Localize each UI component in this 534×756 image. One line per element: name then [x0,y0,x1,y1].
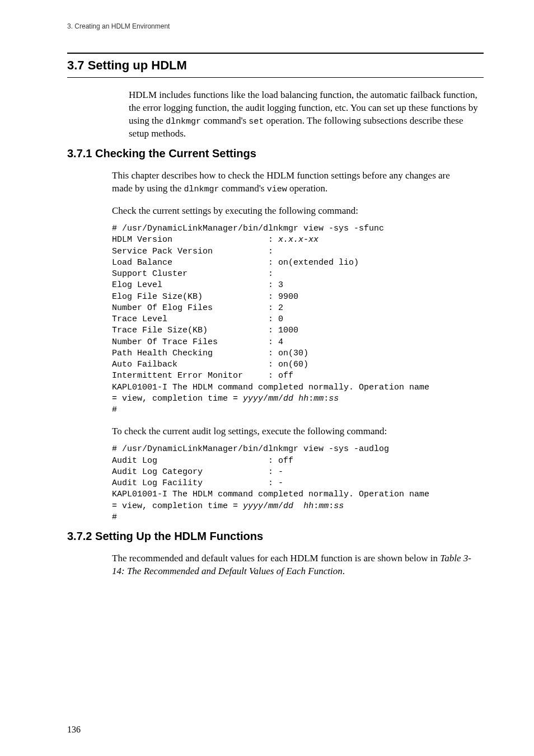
code2-ss: ss [334,501,344,511]
code2-end: # [112,513,117,522]
code1-end: # [112,405,117,415]
code1-pre: # /usr/DynamicLinkManager/bin/dlnkmgr vi… [112,224,384,245]
code1-mm: mm [268,394,278,403]
running-header: 3. Creating an HDLM Environment [67,22,484,30]
code1-colon2: : [324,394,329,403]
code1-mid: Service Pack Version : Load Balance : on… [112,247,434,403]
code2-colon2: : [329,501,334,511]
code1-slash1: / [263,394,268,403]
code2-colon1: : [313,501,318,511]
inline-code-set: set [249,117,264,126]
code2-mm: mm [268,501,278,511]
p4-text-1: The recommended and default values for e… [112,553,440,564]
code2-slash1: / [263,501,268,511]
code-block-1: # /usr/DynamicLinkManager/bin/dlnkmgr vi… [112,223,484,416]
code1-mm2: mm [313,394,324,403]
code1-dd: dd [283,394,293,403]
intro-text-2: command's [201,115,249,126]
intro-paragraph: HDLM includes functions like the load ba… [129,89,484,140]
paragraph-3: To check the current audit log settings,… [112,425,472,438]
code1-version: x.x.x-xx [278,235,318,245]
code2-space [293,501,303,511]
subsection-heading-2: 3.7.2 Setting Up the HDLM Functions [67,530,484,543]
inline-code-dlnkmgr: dlnkmgr [166,117,201,126]
page-container: 3. Creating an HDLM Environment 3.7 Sett… [0,0,534,756]
code2-mm2: mm [318,501,329,511]
code1-ss: ss [329,394,339,403]
code2-hh: hh [303,501,313,511]
p4-text-2: . [343,566,345,576]
code1-yyyy: yyyy [243,394,263,403]
p1-text-3: operation. [287,183,328,194]
paragraph-2: Check the current settings by executing … [112,205,472,218]
inline-code-view: view [267,185,287,194]
code2-dd: dd [283,501,293,511]
p1-text-2: command's [219,183,266,194]
page-number: 136 [67,725,81,735]
subsection-heading-1: 3.7.1 Checking the Current Settings [67,147,484,160]
paragraph-1: This chapter describes how to check the … [112,170,472,195]
code1-colon1: : [308,394,313,403]
paragraph-4: The recommended and default values for e… [112,552,472,578]
code2-yyyy: yyyy [243,501,263,511]
code2-slash2: / [278,501,283,511]
inline-code-dlnkmgr-2: dlnkmgr [184,185,219,194]
code-block-2: # /usr/DynamicLinkManager/bin/dlnkmgr vi… [112,444,484,523]
code1-space [293,394,298,403]
section-heading: 3.7 Setting up HDLM [67,58,187,72]
code1-slash2: / [278,394,283,403]
code1-hh: hh [298,394,308,403]
section-heading-rule: 3.7 Setting up HDLM [67,53,484,78]
